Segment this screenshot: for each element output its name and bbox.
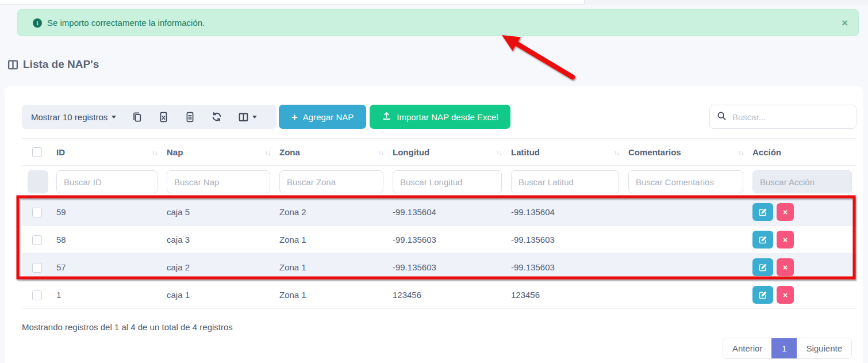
info-icon: i xyxy=(33,18,42,28)
sort-icon: ↑↓ xyxy=(264,149,270,157)
cell-latitud: -99.135603 xyxy=(506,226,624,254)
page-length-select[interactable]: Mostrar 10 registros xyxy=(31,112,116,122)
sort-icon: ↑↓ xyxy=(152,149,158,157)
columns-icon xyxy=(238,112,249,123)
edit-row-button[interactable] xyxy=(752,203,773,221)
table-row: 1 caja 1 Zona 1 123456 123456 × xyxy=(22,281,857,309)
row-checkbox[interactable] xyxy=(32,291,42,300)
filter-nap-input[interactable] xyxy=(167,170,270,193)
cell-longitud: -99.135604 xyxy=(388,198,506,226)
import-nap-label: Importar NAP desde Excel xyxy=(397,112,498,122)
cell-zona: Zona 1 xyxy=(275,226,388,254)
cell-id: 1 xyxy=(52,281,162,309)
edit-row-button[interactable] xyxy=(752,258,773,276)
top-navbar-edge-right xyxy=(584,0,868,5)
cell-zona: Zona 2 xyxy=(275,198,388,226)
row-checkbox[interactable] xyxy=(32,208,42,217)
column-header-latitud[interactable]: ↑↓Latitud xyxy=(506,139,624,166)
column-header-id[interactable]: ↑↓ID xyxy=(52,139,162,166)
import-nap-button[interactable]: Importar NAP desde Excel xyxy=(370,105,510,129)
page-length-label: Mostrar 10 registros xyxy=(31,112,107,122)
delete-row-button[interactable]: × xyxy=(777,203,794,221)
filter-zona-input[interactable] xyxy=(279,170,383,193)
cell-latitud: 123456 xyxy=(506,281,624,309)
cell-id: 59 xyxy=(52,198,162,226)
select-all-cell xyxy=(22,139,52,166)
cell-longitud: 123456 xyxy=(388,281,506,309)
filter-comentarios-input[interactable] xyxy=(628,170,743,193)
screen: i Se importo correctamente la informació… xyxy=(0,0,868,363)
column-header-zona[interactable]: ↑↓Zona xyxy=(275,139,388,166)
cell-latitud: -99.135604 xyxy=(506,198,624,226)
delete-row-button[interactable]: × xyxy=(777,286,794,304)
delete-row-button[interactable]: × xyxy=(777,231,794,249)
refresh-icon xyxy=(211,111,222,123)
alert-message: Se importo correctamente la información. xyxy=(47,18,205,28)
records-summary: Mostrando registros del 1 al 4 de un tot… xyxy=(22,322,233,332)
column-header-nap[interactable]: ↑↓Nap xyxy=(162,139,275,166)
cell-comentarios xyxy=(624,281,748,309)
sort-icon: ↑↓ xyxy=(613,149,619,157)
sort-icon: ↑↓ xyxy=(496,149,502,157)
search-icon xyxy=(717,111,727,123)
export-file-button[interactable] xyxy=(185,112,195,123)
cell-id: 57 xyxy=(52,254,162,281)
cell-nap: caja 3 xyxy=(162,226,275,254)
pagination: Anterior 1 Siguiente xyxy=(723,338,852,359)
filter-accion-input xyxy=(752,170,852,193)
cell-latitud: -99.135603 xyxy=(506,254,624,281)
cell-longitud: -99.135603 xyxy=(388,254,506,281)
table-row: 57 caja 2 Zona 1 -99.135603 -99.135603 × xyxy=(22,254,857,281)
alert-close-button[interactable]: × xyxy=(842,17,848,28)
file-lines-icon xyxy=(185,112,195,123)
cell-comentarios xyxy=(624,226,748,254)
cell-id: 58 xyxy=(52,226,162,254)
column-header-longitud[interactable]: ↑↓Longitud xyxy=(388,139,506,166)
sort-icon: ↑↓ xyxy=(378,149,383,157)
edit-row-button[interactable] xyxy=(752,286,773,304)
annotation-arrow xyxy=(502,35,573,77)
edit-row-button[interactable] xyxy=(752,231,773,249)
add-nap-button[interactable]: + Agregar NAP xyxy=(279,105,366,129)
table-row: 59 caja 5 Zona 2 -99.135604 -99.135604 × xyxy=(22,198,857,226)
select-all-checkbox[interactable] xyxy=(32,147,42,157)
pagination-page-1[interactable]: 1 xyxy=(771,338,797,358)
file-excel-icon xyxy=(158,112,169,123)
refresh-button[interactable] xyxy=(211,111,222,123)
filter-longitud-input[interactable] xyxy=(393,170,502,193)
row-checkbox[interactable] xyxy=(32,235,42,245)
global-search xyxy=(709,105,857,129)
success-alert: i Se importo correctamente la informació… xyxy=(17,9,859,36)
sort-icon: ↑↓ xyxy=(738,149,743,157)
header-row: ↑↓ID ↑↓Nap ↑↓Zona ↑↓Longitud ↑↓Latitud ↑… xyxy=(22,139,857,166)
filter-latitud-input[interactable] xyxy=(511,170,619,193)
delete-row-button[interactable]: × xyxy=(777,258,794,276)
pagination-next[interactable]: Siguiente xyxy=(797,338,851,358)
add-nap-label: Agregar NAP xyxy=(303,112,354,122)
filter-row xyxy=(22,166,857,198)
datatable-toolbar: Mostrar 10 registros xyxy=(22,105,276,129)
chevron-down-icon xyxy=(252,116,257,119)
column-visibility-button[interactable] xyxy=(238,112,257,123)
upload-icon xyxy=(382,111,391,123)
pagination-previous[interactable]: Anterior xyxy=(723,338,772,358)
column-header-comentarios[interactable]: ↑↓Comentarios xyxy=(624,139,748,166)
chevron-down-icon xyxy=(112,116,116,119)
cell-comentarios xyxy=(624,254,748,281)
table-columns-icon xyxy=(7,59,18,70)
plus-icon: + xyxy=(291,112,298,123)
cell-nap: caja 2 xyxy=(162,254,275,281)
search-input[interactable] xyxy=(732,112,849,122)
filter-id-input[interactable] xyxy=(56,170,158,193)
copy-icon xyxy=(132,112,143,123)
copy-button[interactable] xyxy=(132,112,143,123)
nap-table: ↑↓ID ↑↓Nap ↑↓Zona ↑↓Longitud ↑↓Latitud ↑… xyxy=(22,138,857,309)
page-title: Lista de NAP's xyxy=(7,58,99,71)
row-checkbox[interactable] xyxy=(32,263,42,273)
export-excel-button[interactable] xyxy=(158,112,169,123)
cell-comentarios xyxy=(624,198,748,226)
cell-zona: Zona 1 xyxy=(275,254,388,281)
cell-nap: caja 5 xyxy=(162,198,275,226)
page-title-text: Lista de NAP's xyxy=(23,58,99,71)
cell-nap: caja 1 xyxy=(162,281,275,309)
